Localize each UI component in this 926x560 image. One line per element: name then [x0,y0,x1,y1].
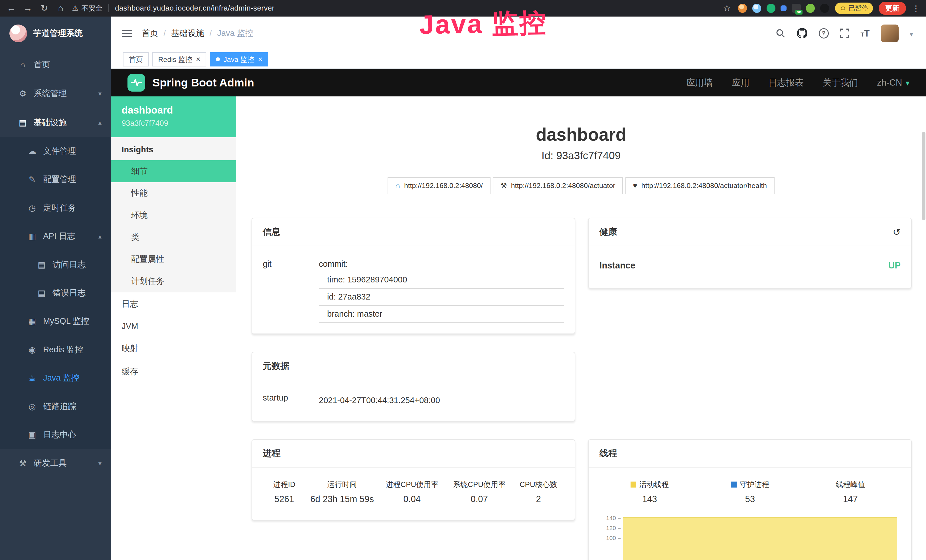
sba-item-configprops[interactable]: 配置属性 [111,248,236,271]
tab-java-monitor[interactable]: Java 监控 [210,52,268,67]
config-icon [27,175,37,184]
card-title: 进程 [252,440,575,468]
sidebar-item-log-center[interactable]: 日志中心 [0,421,111,449]
bookmark-star-icon[interactable]: ☆ [722,3,732,14]
sba-item-details[interactable]: 细节 [111,160,236,182]
browser-home-icon[interactable]: ⌂ [56,3,66,14]
sba-item-environment[interactable]: 环境 [111,204,236,226]
help-icon[interactable] [819,28,829,38]
sidebar-item-mysql[interactable]: MySQL 监控 [0,307,111,336]
sidebar-item-error-log[interactable]: 错误日志 [0,279,111,307]
link-actuator-url[interactable]: http://192.168.0.2:48080/actuator [493,177,623,194]
file-icon [27,146,37,156]
card-health: 健康 Instance UP [588,218,912,288]
app-sidebar: 芋道管理系统 首页 系统管理 基础设施 [0,17,111,560]
redis-icon [27,345,37,354]
sidebar-item-config[interactable]: 配置管理 [0,165,111,194]
github-icon[interactable] [797,28,807,38]
browser-forward-icon[interactable]: → [23,3,33,14]
close-icon[interactable] [196,55,200,64]
font-size-icon[interactable] [861,28,870,39]
tab-home[interactable]: 首页 [123,52,149,67]
sba-item-metrics[interactable]: 性能 [111,182,236,204]
sidebar-item-redis[interactable]: Redis 监控 [0,336,111,364]
sidebar-item-label: 定时任务 [43,202,76,214]
metadata-key: startup [263,391,319,410]
y-tick: 120 [606,525,620,531]
extension-icon-drop[interactable] [752,4,761,12]
extension-icon-on[interactable]: on [792,4,801,12]
card-threads: 线程 活动线程 守护进 [588,439,912,560]
sba-item-logs[interactable]: 日志 [111,292,236,316]
heart-icon [633,182,637,190]
card-title: 健康 [599,226,617,238]
app-logo-row[interactable]: 芋道管理系统 [0,17,111,50]
breadcrumb-infra[interactable]: 基础设施 [171,28,204,39]
legend-peak-threads: 线程峰值 [800,472,900,492]
scrollbar-thumb[interactable] [922,132,925,221]
url-bar[interactable]: dashboard.yudao.iocoder.cn/infra/admin-s… [115,4,274,12]
extension-icon-leaf[interactable] [806,4,815,12]
smiley-icon [840,4,846,12]
process-col-header: 系统CPU使用率 [446,472,513,492]
app-logo [9,24,27,42]
browser-back-icon[interactable]: ← [6,3,17,14]
security-warning[interactable]: ⚠ 不安全 [72,3,103,13]
fullscreen-icon[interactable] [840,29,849,38]
sidebar-item-java-monitor[interactable]: Java 监控 [0,364,111,392]
extension-icon-orange[interactable] [738,4,747,12]
sidebar-item-home[interactable]: 首页 [0,50,111,79]
avatar-caret-icon[interactable] [910,28,913,39]
sidebar-item-jobs[interactable]: 定时任务 [0,194,111,222]
sidebar-item-files[interactable]: 文件管理 [0,137,111,165]
link-label: http://192.168.0.2:48080/actuator/health [642,182,767,190]
breadcrumb-home[interactable]: 首页 [142,28,158,39]
sba-nav-wall[interactable]: 应用墙 [687,77,713,89]
breadcrumb: 首页 基础设施 Java 监控 [142,28,254,39]
sidebar-item-devtools[interactable]: 研发工具 [0,449,111,478]
extension-icon-green[interactable] [767,4,775,12]
sidebar-item-label: 文件管理 [43,145,76,157]
extension-icon-paw[interactable] [820,4,829,12]
user-avatar[interactable] [881,24,899,42]
sba-nav-about[interactable]: 关于我们 [823,77,858,89]
sidebar-item-trace[interactable]: 链路追踪 [0,392,111,421]
sidebar-item-label: 基础设施 [34,117,67,129]
link-label: http://192.168.0.2:48080/actuator [511,182,616,190]
sba-item-caches[interactable]: 缓存 [111,360,236,383]
sidebar-fold-icon[interactable] [122,30,132,37]
legend-value: 53 [700,492,800,509]
process-value: 2 [513,492,564,509]
sidebar-item-access-log[interactable]: 访问日志 [0,250,111,279]
history-icon[interactable] [893,227,900,238]
extension-icon-grid[interactable] [781,5,787,11]
language-select[interactable]: zh-CN [877,77,909,88]
paused-badge[interactable]: 已暂停 [835,3,873,14]
search-icon[interactable] [775,28,785,38]
sidebar-item-label: 配置管理 [43,174,76,185]
close-icon[interactable] [258,55,263,64]
link-service-url[interactable]: http://192.168.0.2:48080/ [387,177,490,194]
process-value: 0.07 [446,492,513,509]
update-button[interactable]: 更新 [879,2,906,15]
sidebar-item-infra[interactable]: 基础设施 [0,108,111,137]
sba-brand-title[interactable]: Spring Boot Admin [152,76,254,89]
instance-header[interactable]: dashboard 93a3fc7f7409 [111,97,236,137]
sba-nav-applications[interactable]: 应用 [732,77,749,89]
tab-redis-monitor[interactable]: Redis 监控 [152,52,206,67]
screen: ← → ↻ ⌂ ⚠ 不安全 dashboard.yudao.iocoder.cn… [0,0,926,560]
sba-item-jvm[interactable]: JVM [111,316,236,337]
browser-reload-icon[interactable]: ↻ [39,3,50,14]
sba-item-mappings[interactable]: 映射 [111,337,236,360]
sidebar-item-system[interactable]: 系统管理 [0,79,111,108]
sidebar-item-api-log[interactable]: API 日志 [0,222,111,250]
sba-item-scheduled-tasks[interactable]: 计划任务 [111,271,236,292]
paused-label: 已暂停 [849,4,868,12]
browser-menu-icon[interactable] [912,3,920,14]
link-health-url[interactable]: http://192.168.0.2:48080/actuator/health [625,177,775,194]
y-tick: 140 [606,515,620,521]
sba-logo-icon[interactable] [127,74,145,92]
section-label-insights: Insights [111,137,236,160]
sba-nav-journal[interactable]: 日志报表 [768,77,803,89]
sba-item-classes[interactable]: 类 [111,226,236,248]
